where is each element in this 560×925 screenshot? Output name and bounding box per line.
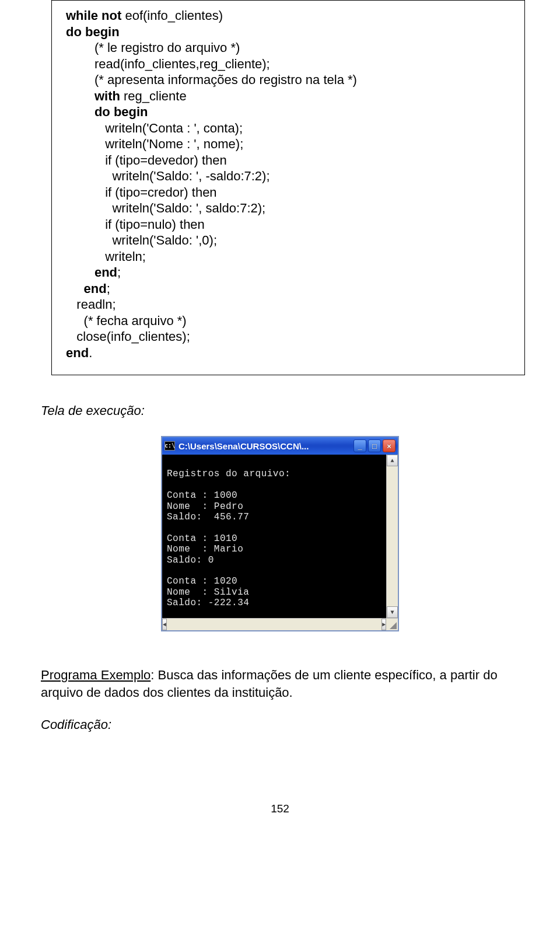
example-paragraph: Programa Exemplo: Busca das informações …: [41, 666, 525, 701]
example-label: Programa Exemplo: [41, 668, 150, 682]
code-listing-box: while not eof(info_clientes) do begin (*…: [51, 0, 525, 375]
scroll-track[interactable]: [387, 466, 398, 606]
kw-end-program: end: [66, 345, 89, 360]
code-listing: while not eof(info_clientes) do begin (*…: [66, 8, 510, 361]
console-window: c:\ C:\Users\Sena\CURSOS\CCN\... _ □ × R…: [161, 436, 399, 631]
page-number: 152: [23, 802, 537, 815]
window-title: C:\Users\Sena\CURSOS\CCN\...: [178, 441, 354, 451]
kw-do-begin: do begin: [66, 25, 120, 39]
kw-with: with: [94, 89, 120, 103]
hscroll-track[interactable]: [167, 619, 382, 630]
kw-while-not: while not: [66, 8, 121, 23]
scroll-right-button[interactable]: ►: [382, 619, 386, 630]
kw-end-outer: end: [84, 281, 107, 296]
horizontal-scrollbar[interactable]: ◄ ►: [162, 619, 386, 630]
scroll-left-button[interactable]: ◄: [162, 619, 167, 630]
maximize-button[interactable]: □: [368, 439, 381, 452]
coding-label: Codificação:: [41, 717, 525, 732]
titlebar[interactable]: c:\ C:\Users\Sena\CURSOS\CCN\... _ □ ×: [162, 437, 398, 455]
kw-do-begin-inner: do begin: [94, 104, 148, 119]
terminal-output: Registros do arquivo: Conta : 1000 Nome …: [162, 455, 386, 618]
resize-grip[interactable]: [386, 619, 398, 630]
scroll-down-button[interactable]: ▼: [387, 606, 398, 618]
execution-screen-caption: Tela de execução:: [41, 403, 525, 418]
scroll-up-button[interactable]: ▲: [387, 455, 398, 466]
kw-end-inner: end: [94, 265, 117, 280]
minimize-button[interactable]: _: [354, 439, 366, 452]
cmd-icon: c:\: [164, 441, 175, 451]
vertical-scrollbar[interactable]: ▲ ▼: [386, 455, 398, 618]
close-button[interactable]: ×: [383, 439, 396, 452]
